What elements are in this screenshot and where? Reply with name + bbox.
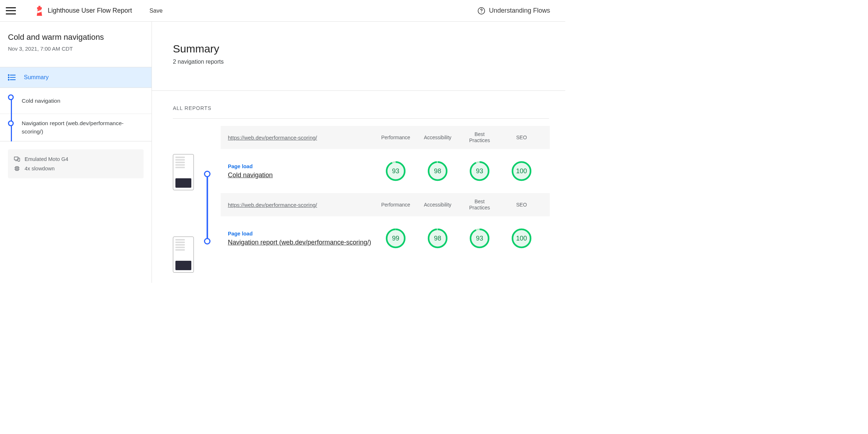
svg-marker-1 [37, 7, 42, 9]
help-link[interactable]: Understanding Flows [477, 7, 550, 15]
column-header: BestPractices [459, 199, 501, 211]
flow-marker-icon [204, 238, 210, 244]
topbar: Lighthouse User Flow Report Save Underst… [0, 0, 565, 22]
flow-connector [207, 176, 208, 242]
step-type-label: Page load [228, 163, 375, 169]
nav-list: Cold navigation Navigation report (web.d… [0, 88, 152, 141]
svg-point-8 [8, 77, 9, 78]
device-label: Emulated Moto G4 [25, 156, 68, 162]
save-button[interactable]: Save [149, 8, 162, 14]
report-url-link[interactable]: https://web.dev/performance-scoring/ [228, 202, 375, 208]
step-name-link[interactable]: Navigation report (web.dev/performance-s… [228, 239, 375, 246]
sidebar: Cold and warm navigations Nov 3, 2021, 7… [0, 22, 152, 283]
nav-connector [11, 99, 12, 141]
report-thumbnail[interactable] [173, 237, 194, 273]
runtime-settings: Emulated Moto G4 4x slowdown [8, 149, 144, 178]
cpu-label: 4x slowdown [25, 166, 55, 171]
svg-rect-12 [14, 157, 18, 160]
score-gauge[interactable]: 98 [427, 228, 448, 248]
divider [173, 118, 549, 119]
page-subtitle: 2 navigation reports [173, 59, 565, 65]
column-header: BestPractices [459, 131, 501, 144]
step-type-label: Page load [228, 231, 375, 237]
column-header: SEO [501, 135, 542, 141]
score-gauge[interactable]: 98 [427, 161, 448, 181]
svg-rect-0 [38, 6, 41, 7]
flow-title: Cold and warm navigations [8, 33, 144, 42]
score-gauge[interactable]: 100 [511, 228, 532, 248]
score-gauge[interactable]: 93 [469, 228, 490, 248]
svg-point-5 [481, 12, 482, 13]
flow-date: Nov 3, 2021, 7:00 AM CDT [8, 46, 144, 52]
report-url-link[interactable]: https://web.dev/performance-scoring/ [228, 135, 375, 141]
summary-icon [8, 74, 16, 81]
report-row: Page load Navigation report (web.dev/per… [221, 216, 550, 260]
page-title: Summary [173, 43, 565, 55]
score-gauge[interactable]: 93 [386, 161, 406, 181]
step-label: Navigation report (web.dev/performance-s… [22, 119, 144, 136]
column-header: Accessibility [417, 135, 459, 141]
sidebar-item-step-1[interactable]: Navigation report (web.dev/performance-s… [0, 114, 152, 141]
sidebar-item-step-0[interactable]: Cold navigation [0, 88, 152, 114]
column-header: Performance [375, 135, 417, 141]
summary-label: Summary [24, 74, 48, 81]
column-header: Performance [375, 202, 417, 208]
column-header: Accessibility [417, 202, 459, 208]
menu-icon[interactable] [6, 7, 16, 14]
step-name-link[interactable]: Cold navigation [228, 171, 375, 179]
step-marker-icon [8, 120, 14, 126]
score-gauge[interactable]: 100 [511, 161, 532, 181]
svg-rect-15 [16, 167, 19, 170]
step-label: Cold navigation [22, 97, 60, 105]
report-header-row: https://web.dev/performance-scoring/Perf… [221, 193, 550, 216]
report-row: Page load Cold navigation 93 98 93 100 [221, 149, 550, 193]
step-marker-icon [8, 94, 14, 100]
report-thumbnail[interactable] [173, 154, 194, 190]
cpu-icon [14, 165, 20, 172]
svg-point-6 [8, 75, 9, 75]
flow-marker-icon [204, 171, 210, 177]
column-header: SEO [501, 202, 542, 208]
divider [152, 90, 565, 91]
app-title: Lighthouse User Flow Report [48, 7, 132, 14]
device-icon [14, 156, 20, 162]
score-gauge[interactable]: 93 [469, 161, 490, 181]
lighthouse-logo-icon [35, 6, 43, 16]
reports-grid: https://web.dev/performance-scoring/Perf… [173, 126, 565, 273]
help-label: Understanding Flows [489, 7, 550, 14]
help-icon [477, 7, 485, 15]
main-content: Summary 2 navigation reports ALL REPORTS… [152, 22, 565, 283]
sidebar-item-summary[interactable]: Summary [0, 67, 152, 88]
report-header-row: https://web.dev/performance-scoring/Perf… [221, 126, 550, 149]
sidebar-header: Cold and warm navigations Nov 3, 2021, 7… [0, 22, 152, 58]
svg-point-10 [8, 79, 9, 80]
score-gauge[interactable]: 99 [386, 228, 406, 248]
all-reports-heading: ALL REPORTS [173, 105, 565, 111]
svg-rect-16 [16, 168, 18, 169]
